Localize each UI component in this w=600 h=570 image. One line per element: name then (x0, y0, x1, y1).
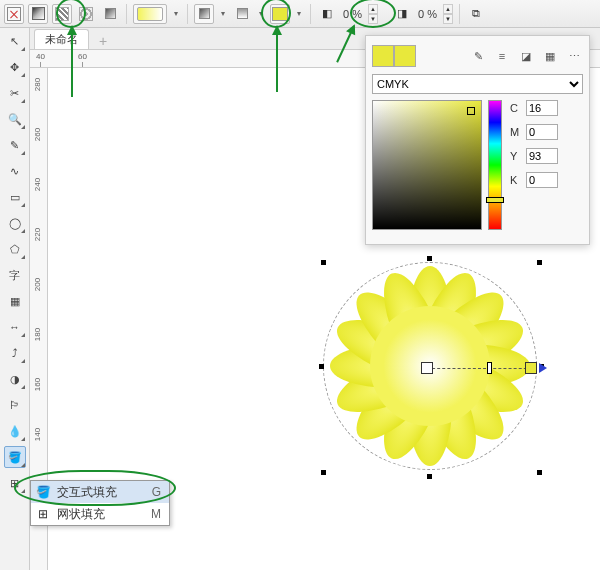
none-icon (7, 7, 21, 21)
separator (126, 4, 127, 24)
add-document-tab[interactable]: + (93, 33, 113, 49)
flyout-shortcut: G (152, 485, 165, 499)
mesh-icon: ⊞ (35, 506, 51, 522)
linear-gradient-icon (137, 7, 163, 21)
ruler-v-tick: 240 (33, 178, 42, 191)
hue-slider[interactable] (488, 100, 502, 230)
ruler-v-tick: 220 (33, 228, 42, 241)
gradient-end-handle[interactable] (525, 362, 537, 374)
text-tool[interactable]: 字 (4, 264, 26, 286)
fill-fountain-button[interactable] (52, 4, 72, 24)
zoom-tool[interactable]: 🔍 (4, 108, 26, 130)
gradient-swatch-icon (32, 7, 45, 20)
texture-icon (79, 7, 93, 21)
color-field[interactable] (372, 100, 482, 230)
flower-shape[interactable] (305, 248, 555, 484)
end-color-dropdown[interactable]: ▾ (294, 9, 304, 18)
rectangle-tool[interactable]: ▭ (4, 186, 26, 208)
midpoint-dropdown[interactable]: ▾ (256, 9, 266, 18)
separator (459, 4, 460, 24)
k-input[interactable] (526, 172, 558, 188)
color-model-select[interactable]: CMYK (372, 74, 583, 94)
postscript-icon (105, 8, 116, 19)
m-input[interactable] (526, 124, 558, 140)
color-picker-panel: ✎ ≡ ◪ ▦ ⋯ CMYK C M Y K (365, 35, 590, 245)
ruler-v-tick: 180 (33, 328, 42, 341)
table-tool[interactable]: ▦ (4, 290, 26, 312)
fill-uniform-button[interactable] (28, 4, 48, 24)
transparency-icon2[interactable]: ◨ (392, 4, 412, 24)
dimension-tool[interactable]: ↔ (4, 316, 26, 338)
connector-tool[interactable]: ⤴ (4, 342, 26, 364)
hue-cursor[interactable] (486, 197, 504, 203)
shape-tool[interactable]: ✥ (4, 56, 26, 78)
ruler-v-tick: 260 (33, 128, 42, 141)
transparency-value2: 0 % (418, 8, 437, 20)
flyout-label: 网状填充 (57, 506, 105, 523)
document-tab[interactable]: 未命名 (34, 29, 89, 49)
sliders-button[interactable]: ≡ (493, 47, 511, 65)
toolbox: ↖ ✥ ✂ 🔍 ✎ ∿ ▭ ◯ ⬠ 字 ▦ ↔ ⤴ ◑ 🏳 💧 🪣 ⊞ (0, 28, 30, 570)
swatch-pair[interactable] (372, 45, 416, 67)
separator (187, 4, 188, 24)
fill-postscript-button[interactable] (100, 4, 120, 24)
transparency-spin2[interactable]: ▲▼ (443, 4, 453, 24)
transparency-tool[interactable]: 🏳 (4, 394, 26, 416)
more-options-button[interactable]: ⋯ (565, 47, 583, 65)
interactive-fill-tool[interactable]: 🪣 (4, 446, 26, 468)
crop-tool[interactable]: ✂ (4, 82, 26, 104)
ruler-v-tick: 140 (33, 428, 42, 441)
effects-tool[interactable]: ◑ (4, 368, 26, 390)
separator (310, 4, 311, 24)
pick-tool[interactable]: ↖ (4, 30, 26, 52)
k-label: K (510, 174, 522, 186)
flyout-shortcut: M (151, 507, 165, 521)
pattern-icon (55, 7, 69, 21)
flyout-item-mesh-fill[interactable]: ⊞ 网状填充 M (31, 503, 169, 525)
mesh-fill-tool[interactable]: ⊞ (4, 472, 26, 494)
fill-texture-button[interactable] (76, 4, 96, 24)
end-color-swatch[interactable] (270, 4, 290, 24)
doc-tab-label: 未命名 (45, 33, 78, 45)
ruler-v-tick: 160 (33, 378, 42, 391)
eyedropper-tool[interactable]: 💧 (4, 420, 26, 442)
start-color-icon (199, 8, 210, 19)
fill-none-button[interactable] (4, 4, 24, 24)
new-color-swatch (372, 45, 394, 67)
transparency-spin1[interactable]: ▲▼ (368, 4, 378, 24)
palettes-button[interactable]: ▦ (541, 47, 559, 65)
ruler-h-tick: 60 (78, 52, 87, 61)
cmyk-inputs: C M Y K (510, 100, 558, 230)
copy-fill-button[interactable]: ⧉ (466, 4, 486, 24)
y-input[interactable] (526, 148, 558, 164)
interactive-fill-flyout: 🪣 交互式填充 G ⊞ 网状填充 M (30, 480, 170, 526)
property-bar: ▾ ▾ ▾ ▾ ◧ 0 % ▲▼ ◨ 0 % ▲▼ ⧉ (0, 0, 600, 28)
ruler-v-tick: 280 (33, 78, 42, 91)
gradient-mid-handle[interactable] (487, 362, 492, 374)
freehand-tool[interactable]: ✎ (4, 134, 26, 156)
m-label: M (510, 126, 522, 138)
gradient-start-handle[interactable] (421, 362, 433, 374)
color-viewer-button[interactable]: ◪ (517, 47, 535, 65)
ruler-v-tick: 200 (33, 278, 42, 291)
artistic-media-tool[interactable]: ∿ (4, 160, 26, 182)
start-color-dropdown[interactable]: ▾ (218, 9, 228, 18)
gradient-vector[interactable] (427, 368, 537, 369)
gradient-preset[interactable] (133, 4, 167, 24)
old-color-swatch (394, 45, 416, 67)
start-color-swatch[interactable] (194, 4, 214, 24)
gradient-preset-dropdown[interactable]: ▾ (171, 9, 181, 18)
c-label: C (510, 102, 522, 114)
y-label: Y (510, 150, 522, 162)
c-input[interactable] (526, 100, 558, 116)
flyout-item-interactive-fill[interactable]: 🪣 交互式填充 G (31, 481, 169, 503)
paint-bucket-icon: 🪣 (35, 484, 51, 500)
transparency-icon1[interactable]: ◧ (317, 4, 337, 24)
midpoint-button[interactable] (232, 4, 252, 24)
polygon-tool[interactable]: ⬠ (4, 238, 26, 260)
end-color-icon (272, 7, 288, 21)
eyedropper-button[interactable]: ✎ (469, 47, 487, 65)
color-field-cursor[interactable] (467, 107, 475, 115)
ellipse-tool[interactable]: ◯ (4, 212, 26, 234)
midpoint-icon (237, 8, 248, 19)
